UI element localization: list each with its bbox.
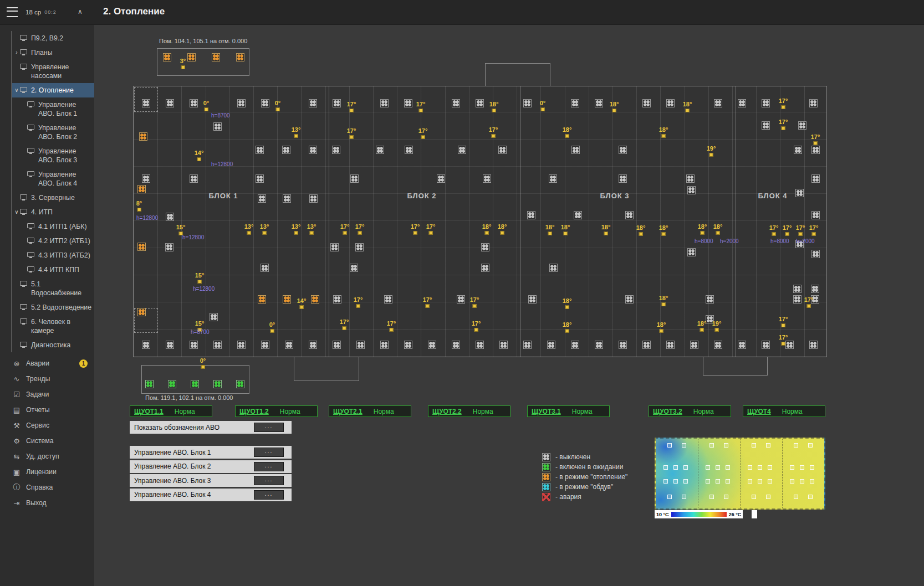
temperature-marker [181,65,185,69]
temperature-label: 18° [563,321,572,333]
monitor-icon [27,101,34,106]
temperature-marker [798,232,802,236]
cabinet-name: ЩУОТ3.2 [653,408,682,415]
sidebar-item[interactable]: ▣Лицензии [0,464,94,480]
sidebar-item[interactable]: ⇥Выход [0,495,94,511]
height-label: h=12800 [136,215,158,221]
sidebar-item-label: Выход [26,499,47,507]
sidebar-item[interactable]: Управление АВО. Блок 3 [19,144,94,167]
temperature-value: 18° [713,223,723,230]
more-button[interactable]: ... [254,448,284,457]
sidebar-item[interactable]: Управление насосами [12,60,94,83]
trends-icon: ∿ [12,375,21,383]
fan-heat-icon [139,132,147,141]
fan-off-icon [256,174,264,183]
avo-block-control-row[interactable]: Управление АВО. Блок 3... [130,474,292,487]
heatmap-divider [740,439,741,508]
fan-off-icon [714,341,722,349]
sidebar-item[interactable]: П9.2, В9.2 [12,31,94,45]
more-button[interactable]: ... [254,462,284,471]
sidebar-item-label: Система [26,437,54,445]
fan-off-icon [384,295,392,304]
cabinet-status-panel[interactable]: ЩУОТ2.2Норма [428,405,511,417]
temperature-marker [785,232,789,236]
sidebar-item[interactable]: ›Планы [12,45,94,60]
sidebar-item[interactable]: ⓘСправка [0,480,94,495]
heatmap-unit-icon [726,465,730,470]
sidebar-item[interactable]: 3. Серверные [12,191,94,205]
temperature-value: 17° [418,127,428,134]
fan-off-icon [499,341,508,349]
monitor-icon [20,209,27,214]
legend-row: - выключен [542,452,627,462]
legend-row: - включен в ожидании [542,462,627,472]
temperature-label: 14° [297,297,307,309]
fan-heat-icon [311,295,319,304]
topbar: 18 ср 00:2 ∧ 2. Отопление [0,0,924,25]
temperature-value: 18° [698,223,707,230]
more-button[interactable]: ... [254,490,284,500]
cabinet-status-panel[interactable]: ЩУОТ3.2Норма [649,405,731,417]
sidebar-item[interactable]: 4.4 ИТП КПП [19,263,94,277]
cabinet-status-panel[interactable]: ЩУОТ1.2Норма [235,405,318,417]
sidebar-item[interactable]: ☑Задачи [0,387,94,402]
fan-off-icon [457,295,465,304]
temperature-value: 13° [292,126,301,133]
sidebar-item[interactable]: ▤Отчеты [0,402,94,418]
cabinet-status-panel[interactable]: ЩУОТ4Норма [743,405,825,417]
control-rows: Управление АВО. Блок 1...Управление АВО.… [130,446,292,502]
sidebar-item[interactable]: ⇆Уд. доступ [0,449,94,464]
expander-icon[interactable]: › [13,48,20,56]
avo-block-control-row[interactable]: Управление АВО. Блок 1... [130,446,292,459]
avo-block-control-row[interactable]: Управление АВО. Блок 2... [130,460,292,473]
monitor-icon [27,238,34,243]
sidebar-item[interactable]: ∨4. ИТП [12,205,94,219]
cabinet-status: Норма [572,408,593,415]
fan-off-icon [283,194,291,203]
top-room-label: Пом. 104.1, 105.1 на отм. 0.000 [159,38,247,44]
cabinet-status-panel[interactable]: ЩУОТ2.1Норма [329,405,411,417]
cabinet-status-panel[interactable]: ЩУОТ3.1Норма [527,405,610,417]
monitor-icon [27,125,34,130]
bottom-room-box [141,365,249,394]
sidebar-item[interactable]: Управление АВО. Блок 2 [19,121,94,144]
time-label: 00:2 [44,9,57,15]
sidebar-item[interactable]: 5.1 Водоснабжение [12,277,94,300]
sidebar-item[interactable]: Управление АВО. Блок 4 [19,167,94,191]
more-button[interactable]: ... [254,476,284,485]
sidebar-item[interactable]: 4.3 ИТП3 (АТБ2) [19,248,94,263]
fan-heat-icon [163,53,171,61]
sidebar-item[interactable]: ⚒Сервис [0,418,94,433]
sidebar-item[interactable]: ⚙Система [0,433,94,449]
temperature-label: 17° [472,320,481,332]
building-notch-bottom-right [703,357,768,376]
temperature-label: 17° [355,223,365,235]
sidebar-item[interactable]: ∨2. Отопление [12,83,94,97]
hamburger-menu-icon[interactable] [7,7,18,17]
show-avo-labels-bar[interactable]: Показать обозначения АВО ... [130,421,292,434]
cabinet-status-panel[interactable]: ЩУОТ1.1Норма [130,405,212,417]
sidebar-item[interactable]: 6. Человек в камере [12,315,94,338]
legend-row: - в режиме "обдув" [542,482,627,492]
monitor-icon [27,148,34,153]
sidebar-item[interactable]: Диагностика [12,338,94,352]
temperature-value: 17° [769,224,779,231]
expander-icon[interactable]: ∨ [13,208,20,216]
sidebar-item[interactable]: 5.2 Водоотведение [12,300,94,315]
avo-block-control-row[interactable]: Управление АВО. Блок 4... [130,489,292,501]
sidebar-item-label: Справка [26,484,53,491]
sidebar-item[interactable]: ∿Тренды [0,371,94,387]
sidebar-item[interactable]: ⊗Аварии1 [0,356,94,371]
sidebar-item[interactable]: Управление АВО. Блок 1 [19,97,94,121]
temperature-value: 18° [697,320,707,327]
sidebar-item[interactable]: 4.2 ИТП2 (АТБ1) [19,234,94,248]
heatmap-unit-icon [748,465,752,470]
chevron-up-icon[interactable]: ∧ [78,8,83,16]
temperature-value: 18° [636,224,646,231]
fan-off-icon [793,285,802,293]
sidebar-item-label: 2. Отопление [31,86,92,95]
temperature-label: 17° [779,334,788,346]
sidebar-item[interactable]: 4.1 ИТП1 (АБК) [19,219,94,234]
more-button[interactable]: ... [254,423,284,432]
expander-icon[interactable]: ∨ [13,86,20,94]
